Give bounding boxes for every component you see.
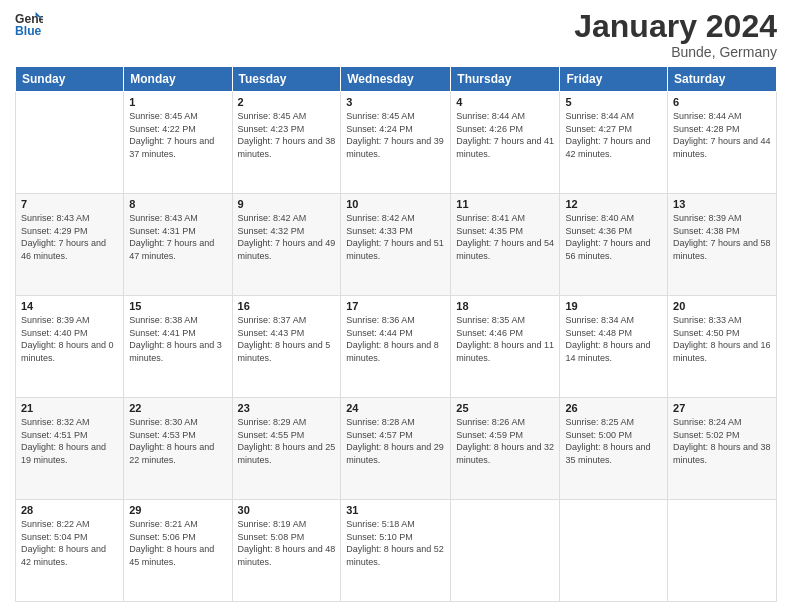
sunrise-text: Sunrise: 8:36 AM [346,314,445,327]
daylight-text: Daylight: 8 hours and 42 minutes. [21,543,118,568]
daylight-text: Daylight: 8 hours and 5 minutes. [238,339,336,364]
daylight-text: Daylight: 7 hours and 56 minutes. [565,237,662,262]
calendar-cell: 15Sunrise: 8:38 AMSunset: 4:41 PMDayligh… [124,296,232,398]
sunrise-text: Sunrise: 8:42 AM [346,212,445,225]
sunrise-text: Sunrise: 8:44 AM [565,110,662,123]
calendar-cell: 20Sunrise: 8:33 AMSunset: 4:50 PMDayligh… [668,296,777,398]
day-number: 13 [673,198,771,210]
sunrise-text: Sunrise: 8:22 AM [21,518,118,531]
daylight-text: Daylight: 8 hours and 0 minutes. [21,339,118,364]
calendar-cell: 4Sunrise: 8:44 AMSunset: 4:26 PMDaylight… [451,92,560,194]
calendar-cell: 29Sunrise: 8:21 AMSunset: 5:06 PMDayligh… [124,500,232,602]
day-number: 6 [673,96,771,108]
daylight-text: Daylight: 8 hours and 8 minutes. [346,339,445,364]
day-number: 21 [21,402,118,414]
day-number: 10 [346,198,445,210]
sunrise-text: Sunrise: 5:18 AM [346,518,445,531]
sunset-text: Sunset: 5:08 PM [238,531,336,544]
calendar-cell: 24Sunrise: 8:28 AMSunset: 4:57 PMDayligh… [341,398,451,500]
weekday-header-sunday: Sunday [16,67,124,92]
sunrise-text: Sunrise: 8:21 AM [129,518,226,531]
sunset-text: Sunset: 5:04 PM [21,531,118,544]
calendar-cell [560,500,668,602]
day-number: 31 [346,504,445,516]
sunset-text: Sunset: 4:33 PM [346,225,445,238]
day-number: 24 [346,402,445,414]
calendar-cell: 16Sunrise: 8:37 AMSunset: 4:43 PMDayligh… [232,296,341,398]
sunrise-text: Sunrise: 8:19 AM [238,518,336,531]
daylight-text: Daylight: 7 hours and 49 minutes. [238,237,336,262]
sunrise-text: Sunrise: 8:34 AM [565,314,662,327]
sunset-text: Sunset: 4:51 PM [21,429,118,442]
logo: General Blue [15,10,43,38]
sunrise-text: Sunrise: 8:35 AM [456,314,554,327]
calendar-cell: 18Sunrise: 8:35 AMSunset: 4:46 PMDayligh… [451,296,560,398]
daylight-text: Daylight: 7 hours and 54 minutes. [456,237,554,262]
logo-icon: General Blue [15,10,43,38]
day-number: 16 [238,300,336,312]
sunrise-text: Sunrise: 8:43 AM [129,212,226,225]
daylight-text: Daylight: 8 hours and 16 minutes. [673,339,771,364]
calendar-cell: 27Sunrise: 8:24 AMSunset: 5:02 PMDayligh… [668,398,777,500]
sunset-text: Sunset: 5:10 PM [346,531,445,544]
sunset-text: Sunset: 4:23 PM [238,123,336,136]
calendar-cell: 30Sunrise: 8:19 AMSunset: 5:08 PMDayligh… [232,500,341,602]
day-number: 22 [129,402,226,414]
daylight-text: Daylight: 7 hours and 58 minutes. [673,237,771,262]
sunrise-text: Sunrise: 8:28 AM [346,416,445,429]
day-number: 7 [21,198,118,210]
sunset-text: Sunset: 4:53 PM [129,429,226,442]
sunset-text: Sunset: 5:02 PM [673,429,771,442]
day-number: 26 [565,402,662,414]
sunset-text: Sunset: 4:46 PM [456,327,554,340]
daylight-text: Daylight: 7 hours and 38 minutes. [238,135,336,160]
sunset-text: Sunset: 4:35 PM [456,225,554,238]
sunset-text: Sunset: 4:44 PM [346,327,445,340]
day-number: 30 [238,504,336,516]
calendar-cell: 10Sunrise: 8:42 AMSunset: 4:33 PMDayligh… [341,194,451,296]
sunset-text: Sunset: 4:24 PM [346,123,445,136]
sunrise-text: Sunrise: 8:45 AM [238,110,336,123]
calendar-cell: 19Sunrise: 8:34 AMSunset: 4:48 PMDayligh… [560,296,668,398]
sunset-text: Sunset: 4:32 PM [238,225,336,238]
calendar-cell: 26Sunrise: 8:25 AMSunset: 5:00 PMDayligh… [560,398,668,500]
calendar-cell [451,500,560,602]
sunrise-text: Sunrise: 8:43 AM [21,212,118,225]
day-number: 15 [129,300,226,312]
sunrise-text: Sunrise: 8:41 AM [456,212,554,225]
daylight-text: Daylight: 8 hours and 14 minutes. [565,339,662,364]
day-number: 29 [129,504,226,516]
sunrise-text: Sunrise: 8:33 AM [673,314,771,327]
daylight-text: Daylight: 7 hours and 41 minutes. [456,135,554,160]
sunset-text: Sunset: 4:38 PM [673,225,771,238]
daylight-text: Daylight: 7 hours and 42 minutes. [565,135,662,160]
calendar-cell: 8Sunrise: 8:43 AMSunset: 4:31 PMDaylight… [124,194,232,296]
calendar-cell: 12Sunrise: 8:40 AMSunset: 4:36 PMDayligh… [560,194,668,296]
sunrise-text: Sunrise: 8:24 AM [673,416,771,429]
day-number: 25 [456,402,554,414]
day-number: 19 [565,300,662,312]
calendar-cell: 3Sunrise: 8:45 AMSunset: 4:24 PMDaylight… [341,92,451,194]
weekday-header-friday: Friday [560,67,668,92]
sunrise-text: Sunrise: 8:40 AM [565,212,662,225]
location: Bunde, Germany [574,44,777,60]
calendar-cell: 6Sunrise: 8:44 AMSunset: 4:28 PMDaylight… [668,92,777,194]
calendar-cell: 31Sunrise: 5:18 AMSunset: 5:10 PMDayligh… [341,500,451,602]
calendar-cell: 14Sunrise: 8:39 AMSunset: 4:40 PMDayligh… [16,296,124,398]
daylight-text: Daylight: 8 hours and 19 minutes. [21,441,118,466]
day-number: 20 [673,300,771,312]
sunrise-text: Sunrise: 8:39 AM [21,314,118,327]
daylight-text: Daylight: 8 hours and 29 minutes. [346,441,445,466]
sunset-text: Sunset: 4:55 PM [238,429,336,442]
sunset-text: Sunset: 4:59 PM [456,429,554,442]
calendar-cell: 1Sunrise: 8:45 AMSunset: 4:22 PMDaylight… [124,92,232,194]
daylight-text: Daylight: 8 hours and 35 minutes. [565,441,662,466]
sunrise-text: Sunrise: 8:38 AM [129,314,226,327]
day-number: 2 [238,96,336,108]
sunrise-text: Sunrise: 8:44 AM [673,110,771,123]
daylight-text: Daylight: 7 hours and 47 minutes. [129,237,226,262]
sunset-text: Sunset: 5:06 PM [129,531,226,544]
sunset-text: Sunset: 5:00 PM [565,429,662,442]
day-number: 23 [238,402,336,414]
sunrise-text: Sunrise: 8:25 AM [565,416,662,429]
